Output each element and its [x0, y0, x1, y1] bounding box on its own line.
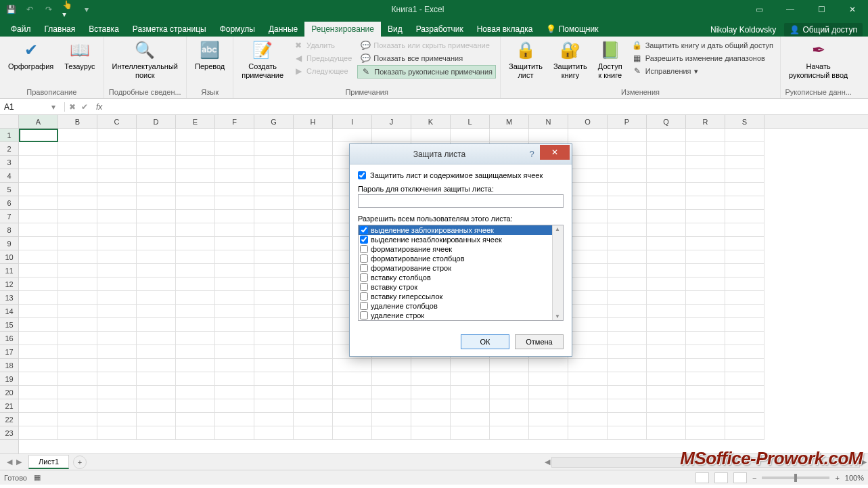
cell[interactable] — [568, 413, 608, 426]
permission-checkbox[interactable] — [360, 245, 368, 253]
cell[interactable] — [254, 264, 294, 278]
cell[interactable] — [215, 278, 254, 291]
cell[interactable] — [608, 291, 647, 305]
row-header[interactable]: 10 — [0, 250, 18, 264]
cell[interactable] — [58, 305, 97, 318]
cell[interactable] — [176, 359, 215, 372]
cell[interactable] — [254, 386, 294, 399]
cell[interactable] — [686, 169, 725, 183]
cell[interactable] — [686, 305, 725, 318]
cell[interactable] — [647, 413, 686, 426]
cell[interactable] — [568, 142, 608, 156]
cell[interactable] — [372, 399, 411, 413]
cell[interactable] — [215, 142, 254, 156]
cell[interactable] — [529, 359, 568, 372]
cell[interactable] — [608, 210, 647, 223]
cell[interactable] — [58, 156, 97, 169]
cell[interactable] — [490, 372, 529, 386]
tab-view[interactable]: Вид — [381, 22, 409, 37]
cell[interactable] — [137, 318, 176, 332]
cell[interactable] — [137, 399, 176, 413]
cell[interactable] — [647, 223, 686, 237]
row-header[interactable]: 2 — [0, 142, 18, 156]
cell[interactable] — [725, 237, 764, 250]
cell[interactable] — [647, 250, 686, 264]
tab-developer[interactable]: Разработчик — [409, 22, 470, 37]
zoom-out-button[interactable]: − — [752, 474, 756, 482]
cell[interactable] — [647, 196, 686, 210]
cell[interactable] — [568, 318, 608, 332]
row-header[interactable]: 1 — [0, 129, 18, 142]
zoom-level[interactable]: 100% — [845, 474, 864, 482]
cell[interactable] — [294, 413, 333, 426]
tab-home[interactable]: Главная — [38, 22, 83, 37]
cell[interactable] — [294, 372, 333, 386]
cell[interactable] — [647, 237, 686, 250]
cell[interactable] — [97, 156, 137, 169]
cell[interactable] — [254, 196, 294, 210]
cell[interactable] — [608, 399, 647, 413]
ribbon-options-icon[interactable]: ▭ — [744, 0, 775, 19]
cell[interactable] — [176, 318, 215, 332]
row-header[interactable]: 14 — [0, 305, 18, 318]
cell[interactable] — [97, 386, 137, 399]
cell[interactable] — [647, 345, 686, 359]
cell[interactable] — [294, 332, 333, 345]
cell[interactable] — [294, 210, 333, 223]
cell[interactable] — [58, 183, 97, 196]
cell[interactable] — [568, 237, 608, 250]
cell[interactable] — [58, 426, 97, 440]
cell[interactable] — [568, 359, 608, 372]
cell[interactable] — [19, 372, 58, 386]
redo-icon[interactable]: ↷ — [43, 4, 54, 15]
cell[interactable] — [411, 386, 451, 399]
cell[interactable] — [608, 372, 647, 386]
row-header[interactable]: 8 — [0, 223, 18, 237]
cell[interactable] — [568, 278, 608, 291]
cell[interactable] — [411, 129, 451, 142]
cell[interactable] — [254, 156, 294, 169]
cell[interactable] — [725, 332, 764, 345]
row-header[interactable]: 4 — [0, 169, 18, 183]
cell[interactable] — [294, 156, 333, 169]
cell[interactable] — [97, 250, 137, 264]
column-header[interactable]: O — [568, 115, 608, 128]
cell[interactable] — [294, 223, 333, 237]
name-box-input[interactable] — [4, 102, 51, 112]
cell[interactable] — [254, 345, 294, 359]
track-changes-button[interactable]: ✎Исправления ▾ — [629, 65, 776, 77]
tab-layout[interactable]: Разметка страницы — [126, 22, 213, 37]
row-header[interactable]: 16 — [0, 332, 18, 345]
column-header[interactable]: H — [294, 115, 333, 128]
chevron-down-icon[interactable]: ▾ — [51, 102, 55, 112]
cell[interactable] — [19, 210, 58, 223]
cell[interactable] — [608, 169, 647, 183]
cell[interactable] — [215, 318, 254, 332]
cell[interactable] — [254, 399, 294, 413]
cell[interactable] — [254, 359, 294, 372]
row-header[interactable]: 11 — [0, 264, 18, 278]
permission-checkbox[interactable] — [360, 264, 368, 272]
cell[interactable] — [608, 237, 647, 250]
cell[interactable] — [215, 359, 254, 372]
cell[interactable] — [686, 318, 725, 332]
permission-item[interactable]: форматирование столбцов — [359, 254, 552, 263]
dialog-titlebar[interactable]: Защита листа ? ✕ — [350, 144, 572, 164]
cell[interactable] — [97, 318, 137, 332]
cell[interactable] — [97, 210, 137, 223]
cell[interactable] — [215, 386, 254, 399]
permission-item[interactable]: форматирование строк — [359, 263, 552, 273]
page-layout-view-button[interactable] — [714, 472, 728, 483]
tab-insert[interactable]: Вставка — [82, 22, 126, 37]
cell[interactable] — [294, 196, 333, 210]
cell[interactable] — [686, 264, 725, 278]
column-header[interactable]: P — [608, 115, 647, 128]
permission-checkbox[interactable] — [360, 254, 368, 263]
cell[interactable] — [294, 250, 333, 264]
cell[interactable] — [686, 332, 725, 345]
cell[interactable] — [725, 142, 764, 156]
cell[interactable] — [137, 359, 176, 372]
protect-contents-checkbox[interactable]: Защитить лист и содержимое защищаемых яч… — [358, 171, 564, 179]
start-inking-button[interactable]: ✒Начать рукописный ввод — [785, 38, 852, 81]
cell[interactable] — [19, 237, 58, 250]
